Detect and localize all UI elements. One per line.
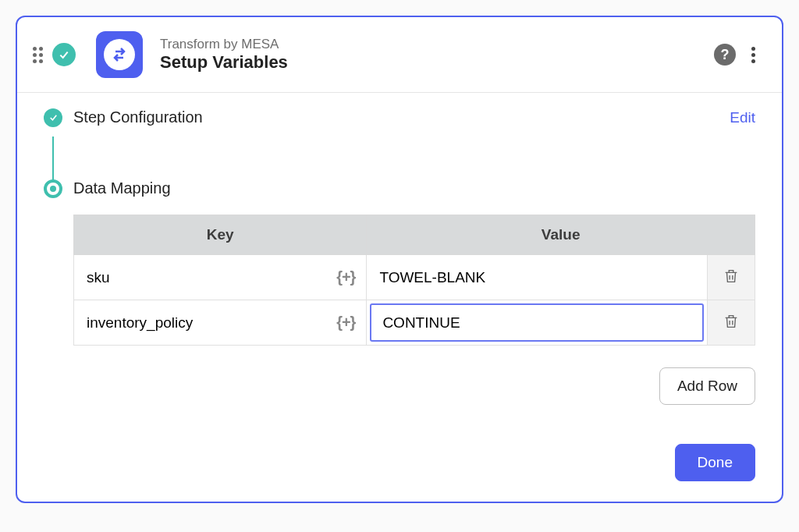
mapping-table: Key Value {+} [73, 215, 755, 346]
step-configuration-row: Step Configuration Edit [73, 108, 755, 126]
header-subtitle: Transform by MESA [160, 37, 705, 52]
step-active-icon [44, 179, 62, 198]
transform-app-icon [96, 31, 143, 78]
insert-variable-icon[interactable]: {+} [332, 314, 366, 332]
mapping-section: Key Value {+} [73, 215, 755, 405]
value-input[interactable] [371, 305, 702, 340]
table-row: {+} [74, 255, 755, 300]
column-header-value: Value [367, 215, 755, 255]
step-configuration-title: Step Configuration [73, 108, 730, 126]
step-mapping-title: Data Mapping [73, 179, 755, 197]
key-input[interactable] [74, 300, 332, 345]
edit-link[interactable]: Edit [730, 109, 755, 126]
header-titles: Transform by MESA Setup Variables [160, 37, 705, 73]
card-header: Transform by MESA Setup Variables ? [17, 17, 782, 92]
card-footer: Done [17, 427, 782, 502]
step-mapping-row: Data Mapping [73, 179, 755, 197]
value-input[interactable] [367, 255, 707, 300]
done-button[interactable]: Done [675, 444, 755, 481]
drag-handle-icon[interactable] [33, 47, 43, 63]
key-input[interactable] [74, 255, 332, 300]
more-menu-icon[interactable] [747, 42, 760, 68]
help-icon[interactable]: ? [714, 44, 736, 66]
step-complete-icon [44, 108, 62, 127]
delete-row-icon[interactable] [723, 313, 740, 330]
add-row-button[interactable]: Add Row [659, 367, 755, 405]
table-row: {+} [74, 300, 755, 346]
column-header-key: Key [74, 215, 367, 255]
insert-variable-icon[interactable]: {+} [332, 268, 366, 286]
status-check-icon [52, 43, 76, 66]
card-body: Step Configuration Edit Data Mapping Key… [17, 93, 782, 427]
step-connector [52, 137, 54, 183]
header-title: Setup Variables [160, 52, 705, 73]
step-card: Transform by MESA Setup Variables ? Step… [16, 16, 783, 503]
delete-row-icon[interactable] [723, 268, 740, 285]
